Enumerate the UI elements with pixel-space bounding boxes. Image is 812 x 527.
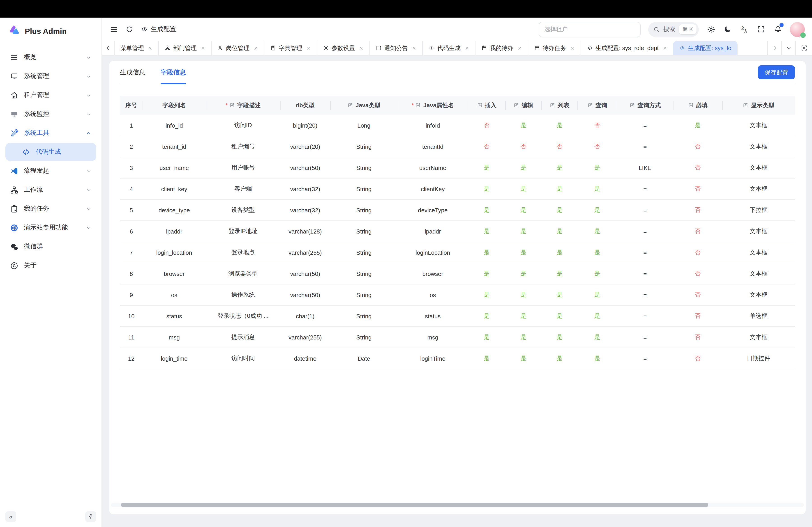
edit-icon[interactable] bbox=[629, 102, 635, 108]
table-row: 6ipaddr登录IP地址varchar(128)Stringipaddr是是是… bbox=[120, 221, 795, 242]
tab-label: 岗位管理 bbox=[226, 44, 249, 52]
cell: 是 bbox=[505, 115, 541, 136]
cell: = bbox=[617, 284, 673, 305]
edit-icon[interactable] bbox=[513, 102, 519, 108]
column-header-3[interactable]: *字段描述 bbox=[206, 96, 280, 115]
column-header-9[interactable]: 列表 bbox=[541, 96, 577, 115]
sidebar-item-wechat-group[interactable]: 微信群 bbox=[5, 238, 96, 256]
maximize-content-icon[interactable] bbox=[796, 41, 812, 55]
sidebar-item-my-tasks[interactable]: 我的任务 bbox=[5, 200, 96, 218]
save-config-button[interactable]: 保存配置 bbox=[758, 65, 795, 79]
user-avatar[interactable] bbox=[790, 22, 805, 37]
sidebar-menu: 概览 系统管理 租户管理 系统监控 系统工具 代码生成 流程发起 工作流 我的任… bbox=[0, 42, 102, 527]
cell: 否 bbox=[673, 348, 722, 369]
fullscreen-icon[interactable] bbox=[756, 25, 766, 34]
tabs-scroll-left-icon[interactable] bbox=[102, 41, 114, 55]
tab-notice[interactable]: 通知公告 bbox=[369, 41, 422, 55]
edit-icon[interactable] bbox=[743, 102, 749, 108]
edit-icon[interactable] bbox=[588, 102, 593, 108]
tab-label: 我的待办 bbox=[490, 44, 513, 52]
cell: 4 bbox=[120, 178, 143, 199]
code-icon bbox=[21, 148, 30, 156]
close-icon[interactable] bbox=[412, 46, 416, 50]
tab-todo-tasks[interactable]: 待办任务 bbox=[528, 41, 581, 55]
edit-icon[interactable] bbox=[229, 102, 235, 108]
close-icon[interactable] bbox=[663, 46, 667, 50]
cell: 是 bbox=[578, 305, 617, 327]
sidebar-item-system-tools[interactable]: 系统工具 bbox=[5, 124, 96, 142]
tab-gen-info[interactable]: 生成信息 bbox=[120, 61, 145, 84]
cell: 是 bbox=[541, 115, 577, 136]
edit-icon[interactable] bbox=[688, 102, 694, 108]
tab-gen-config-sys-lo[interactable]: 生成配置: sys_lo bbox=[673, 41, 738, 55]
column-header-10[interactable]: 查询 bbox=[578, 96, 617, 115]
tab-field-info[interactable]: 字段信息 bbox=[161, 61, 186, 84]
sidebar-item-code-generation[interactable]: 代码生成 bbox=[5, 143, 96, 161]
tab-code-gen[interactable]: 代码生成 bbox=[422, 41, 475, 55]
pin-sidebar-button[interactable] bbox=[85, 511, 96, 522]
language-translate-icon[interactable]: 文A bbox=[740, 25, 749, 34]
tab-menu-mgmt[interactable]: 菜单管理 bbox=[114, 41, 158, 55]
edit-icon[interactable] bbox=[347, 102, 353, 108]
tab-dict-mgmt[interactable]: 字典管理 bbox=[264, 41, 317, 55]
sidebar-item-tenant-management[interactable]: 租户管理 bbox=[5, 86, 96, 104]
gear-icon[interactable] bbox=[707, 25, 715, 34]
cell: os bbox=[143, 284, 206, 305]
tab-param-settings[interactable]: 参数设置 bbox=[317, 41, 369, 55]
tabs-scroll-right-icon[interactable] bbox=[768, 41, 782, 55]
close-icon[interactable] bbox=[306, 46, 311, 50]
global-search-button[interactable]: 搜索 ⌘ K bbox=[648, 22, 699, 37]
tabs-dropdown-chevron-icon[interactable] bbox=[782, 41, 796, 55]
column-header-5[interactable]: Java类型 bbox=[330, 96, 398, 115]
sidebar-item-overview[interactable]: 概览 bbox=[5, 48, 96, 66]
sidebar-item-process-start[interactable]: 流程发起 bbox=[5, 162, 96, 180]
tab-label: 字典管理 bbox=[279, 44, 302, 52]
edit-icon[interactable] bbox=[415, 102, 421, 108]
chevron-down-icon bbox=[86, 168, 91, 174]
collapse-sidebar-button[interactable]: « bbox=[5, 511, 16, 522]
sidebar-item-system-monitor[interactable]: 系统监控 bbox=[5, 105, 96, 123]
sidebar-item-label: 代码生成 bbox=[35, 148, 61, 156]
close-icon[interactable] bbox=[148, 46, 153, 50]
column-header-6[interactable]: *Java属性名 bbox=[398, 96, 468, 115]
cell: 是 bbox=[505, 327, 541, 348]
todo-icon bbox=[534, 45, 540, 51]
tab-post-mgmt[interactable]: 岗位管理 bbox=[211, 41, 264, 55]
hamburger-menu-icon[interactable] bbox=[109, 25, 118, 34]
refresh-icon[interactable] bbox=[125, 25, 134, 34]
notifications-bell-icon[interactable] bbox=[773, 25, 782, 34]
column-header-11[interactable]: 查询方式 bbox=[617, 96, 673, 115]
close-icon[interactable] bbox=[518, 46, 522, 50]
chevron-down-icon bbox=[86, 73, 91, 79]
tab-gen-config-sys-role-dept[interactable]: 生成配置: sys_role_dept bbox=[581, 41, 673, 55]
column-label: db类型 bbox=[296, 102, 315, 109]
tenant-select-input[interactable]: 选择租户 bbox=[538, 21, 640, 37]
horizontal-scrollbar-thumb[interactable] bbox=[121, 503, 708, 507]
tab-my-todo[interactable]: 我的待办 bbox=[475, 41, 528, 55]
column-header-7[interactable]: 插入 bbox=[468, 96, 505, 115]
column-label: 序号 bbox=[126, 102, 137, 109]
dark-mode-moon-icon[interactable] bbox=[723, 25, 732, 34]
cell: 6 bbox=[120, 221, 143, 242]
sidebar-item-system-management[interactable]: 系统管理 bbox=[5, 67, 96, 85]
table-row: 4client_key客户端varchar(32)StringclientKey… bbox=[120, 178, 795, 199]
cell: 是 bbox=[578, 178, 617, 199]
close-icon[interactable] bbox=[570, 46, 575, 50]
column-header-13[interactable]: 显示类型 bbox=[722, 96, 795, 115]
chevron-up-icon bbox=[86, 130, 91, 136]
column-header-8[interactable]: 编辑 bbox=[505, 96, 541, 115]
tab-dept-mgmt[interactable]: 部门管理 bbox=[158, 41, 211, 55]
column-label: 列表 bbox=[557, 102, 569, 109]
edit-icon[interactable] bbox=[477, 102, 482, 108]
sidebar-item-workflow[interactable]: 工作流 bbox=[5, 181, 96, 199]
sidebar-item-about[interactable]: 关于 bbox=[5, 257, 96, 274]
sidebar-item-label: 微信群 bbox=[24, 243, 43, 251]
close-icon[interactable] bbox=[359, 46, 364, 50]
close-icon[interactable] bbox=[201, 46, 205, 50]
column-header-12[interactable]: 必填 bbox=[673, 96, 722, 115]
close-icon[interactable] bbox=[253, 46, 258, 50]
close-icon[interactable] bbox=[465, 46, 469, 50]
edit-icon[interactable] bbox=[549, 102, 555, 108]
table-row: 12login_time访问时间datetimeDateloginTime是是是… bbox=[120, 348, 795, 369]
sidebar-item-demo-features[interactable]: 演示站专用功能 bbox=[5, 219, 96, 237]
